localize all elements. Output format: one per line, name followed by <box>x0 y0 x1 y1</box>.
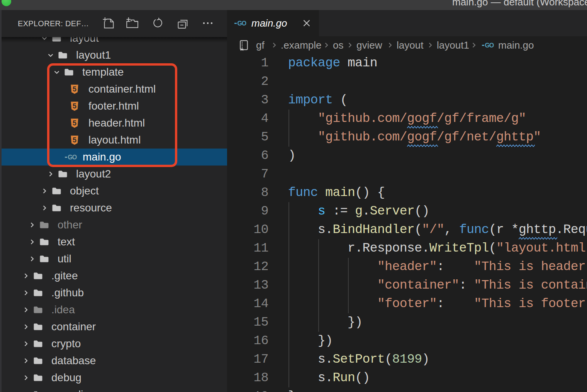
svg-text:GO: GO <box>238 20 246 26</box>
svg-text:GO: GO <box>485 42 494 48</box>
